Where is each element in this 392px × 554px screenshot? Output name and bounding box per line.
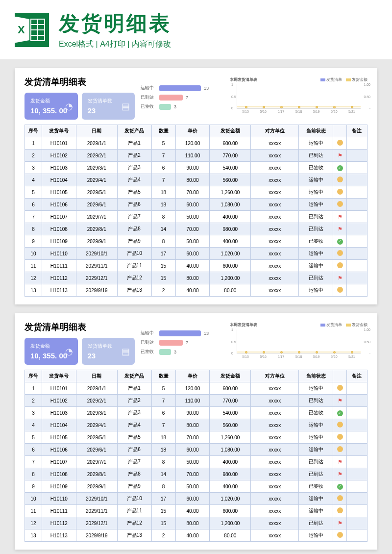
cell-price: 110.00 [175,150,210,162]
shipping-icon [337,422,343,428]
bar-fill [159,340,183,346]
count-card: 发货清单数 23 ▤ [82,338,135,365]
cell-amount: 600.00 [210,505,251,517]
cell-id: H10109 [42,235,76,248]
cell-price: 60.00 [175,248,210,260]
cell-date: 2029/3/1 [76,407,117,419]
cell-seq: 11 [25,260,42,272]
cell-amount: 980.00 [210,468,251,480]
table-row: 10 H10110 2029/10/1 产品10 17 60.00 1,020.… [25,493,368,505]
cell-product: 产品10 [117,248,151,260]
cell-seq: 13 [25,529,42,542]
cell-amount: 600.00 [210,382,251,395]
cell-id: H10112 [42,517,76,529]
shipment-table: 序号发货单号日期发货产品数量单价发货金额对方单位当前状态备注 1 H10101 … [24,125,368,297]
cell-product: 产品12 [117,517,151,529]
cell-date: 2029/5/1 [76,431,117,444]
cell-status-icon [333,186,347,199]
list-icon: ▤ [122,346,130,357]
sheet-title: 发货清单明细表 [24,76,135,88]
cell-amount: 540.00 [210,162,251,174]
cell-date: 2029/6/1 [76,199,117,211]
table-row: 3 H10103 2029/3/1 产品3 6 90.00 540.00 xxx… [25,407,368,419]
cell-id: H10109 [42,480,76,493]
cell-product: 产品7 [117,456,151,468]
cell-qty: 17 [151,248,175,260]
cell-note [346,407,367,419]
header-subtitle: Excel格式 | A4打印 | 内容可修改 [59,39,172,50]
cell-party: xxxxx [251,284,299,297]
cell-date: 2029/11/1 [76,505,117,517]
cell-id: H10105 [42,431,76,444]
cell-qty: 14 [151,223,175,235]
cell-id: H10104 [42,174,76,186]
cell-amount: 1,260.00 [210,431,251,444]
cell-id: H10106 [42,199,76,211]
cell-seq: 11 [25,505,42,517]
cell-status: 已签收 [299,480,333,493]
column-header: 对方单位 [251,125,299,137]
cell-id: H10111 [42,260,76,272]
cell-price: 110.00 [175,395,210,407]
cell-seq: 5 [25,186,42,199]
cell-qty: 18 [151,431,175,444]
cell-note [346,419,367,431]
cell-product: 产品2 [117,150,151,162]
bar-label: 已签收 [141,349,156,355]
flag-icon: ⚑ [338,214,343,220]
column-header: 对方单位 [251,370,299,382]
status-bars: 运输中 13 已到达 7 已签收 3 [141,76,224,120]
table-row: 12 H10112 2029/12/1 产品12 15 80.00 1,200.… [25,517,368,529]
cell-id: H10112 [42,272,76,284]
cell-date: 2029/9/19 [76,529,117,542]
cell-status-icon [333,419,347,431]
cell-party: xxxxx [251,174,299,186]
bar-value: 13 [204,331,209,336]
cell-price: 80.00 [175,174,210,186]
column-header: 备注 [346,125,367,137]
cell-date: 2029/10/1 [76,248,117,260]
column-header: 单价 [175,370,210,382]
pie-icon: ◔ [65,101,73,112]
flag-icon: ⚑ [338,226,343,232]
amount-card: 发货金额 10, 355. 00 ◔ [24,338,78,365]
cell-party: xxxxx [251,395,299,407]
cell-status: 运输中 [299,493,333,505]
table-row: 6 H10106 2029/6/1 产品6 18 60.00 1,080.00 … [25,199,368,211]
column-header: 序号 [25,370,42,382]
cell-price: 60.00 [175,199,210,211]
check-icon: ✓ [337,410,343,416]
cell-price: 50.00 [175,211,210,223]
cell-qty: 15 [151,272,175,284]
shipping-icon [337,262,343,268]
cell-seq: 8 [25,223,42,235]
table-row: 7 H10107 2029/7/1 产品7 8 50.00 400.00 xxx… [25,211,368,223]
column-header: 发货产品 [117,125,151,137]
cell-price: 70.00 [175,223,210,235]
cell-qty: 7 [151,395,175,407]
cell-product: 产品8 [117,468,151,480]
cell-date: 2029/6/1 [76,444,117,456]
column-header: 发货金额 [210,370,251,382]
cell-note [346,284,367,297]
cell-price: 40.00 [175,505,210,517]
cell-product: 产品1 [117,137,151,150]
cell-qty: 6 [151,162,175,174]
cell-status-icon [333,382,347,395]
cell-seq: 2 [25,150,42,162]
cell-date: 2029/8/1 [76,468,117,480]
cell-price: 70.00 [175,186,210,199]
cell-status-icon [333,284,347,297]
column-header: 当前状态 [299,125,333,137]
cell-date: 2029/12/1 [76,517,117,529]
cell-id: H10107 [42,211,76,223]
cell-qty: 18 [151,444,175,456]
cell-amount: 400.00 [210,235,251,248]
column-header: 备注 [346,370,367,382]
bar-label: 已到达 [141,94,156,101]
cell-status: 运输中 [299,260,333,272]
shipping-icon [337,434,343,440]
cell-qty: 8 [151,456,175,468]
table-row: 1 H10101 2029/1/1 产品1 5 120.00 600.00 xx… [25,137,368,150]
bar-value: 13 [204,86,209,91]
